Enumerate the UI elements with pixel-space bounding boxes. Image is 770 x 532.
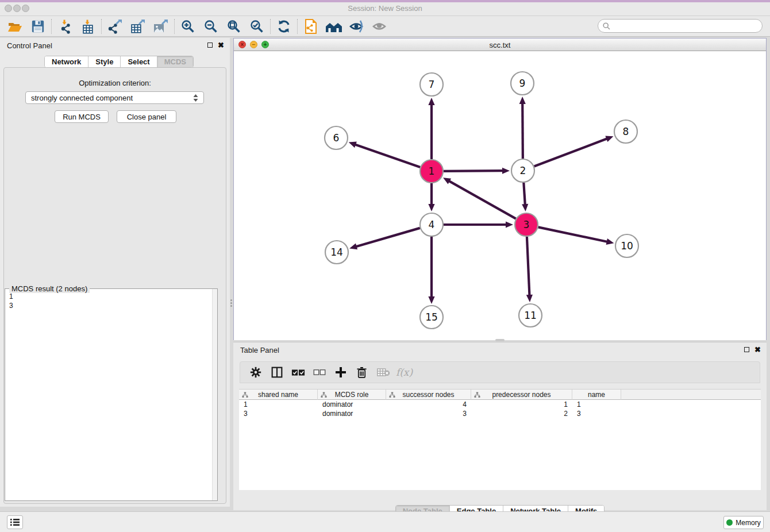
cell-name[interactable]: 3 [572,409,621,418]
graph-edge-1-7[interactable] [428,98,434,159]
tab-select[interactable]: Select [121,56,157,67]
float-table-panel-icon[interactable] [744,347,749,352]
graph-node-6[interactable]: 6 [325,126,348,149]
zoom-fit-button[interactable] [222,17,245,36]
graph-node-14[interactable]: 14 [325,241,348,264]
cell-shared-name[interactable]: 3 [239,409,318,418]
column-header-name[interactable]: name [572,390,621,400]
criterion-dropdown[interactable]: strongly connected component [25,91,204,104]
graph-node-15[interactable]: 15 [420,306,443,329]
graph-node-7[interactable]: 7 [420,73,443,96]
show-all-columns-button[interactable] [287,364,309,381]
export-network-button[interactable] [103,17,126,36]
show-all-columns-icon [291,369,305,376]
run-mcds-button[interactable]: Run MCDS [55,110,109,123]
new-network-from-selection-button[interactable] [299,17,322,36]
memory-status-icon [726,519,733,526]
table-row[interactable]: 3dominator323 [239,409,761,418]
horizontal-splitter-handle[interactable] [495,339,505,341]
graph-edge-2-9[interactable] [519,97,526,159]
network-window-titlebar[interactable]: × − + scc.txt [234,38,766,51]
graph-edge-4-15[interactable] [428,237,434,304]
function-builder-button: f(x) [394,364,415,381]
svg-text:2: 2 [520,165,526,176]
cell-successor-nodes[interactable]: 4 [386,400,471,409]
mcds-result-item: 1 [9,292,13,301]
search-box[interactable] [598,19,763,33]
delete-column-button[interactable] [351,364,372,381]
graph-edge-3-1[interactable] [443,178,516,218]
control-panel: Control Panel ✖ NetworkStyleSelectMCDS O… [0,38,230,507]
graph-edge-2-3[interactable] [522,183,528,211]
open-file-button[interactable] [3,17,26,36]
graph-node-4[interactable]: 4 [420,213,443,236]
tab-network[interactable]: Network [45,56,88,67]
close-panel-button[interactable]: Close panel [117,110,176,123]
column-header-predecessor-nodes[interactable]: predecessor nodes [471,390,572,400]
memory-button[interactable]: Memory [723,516,764,529]
status-bar: Memory [0,511,770,532]
export-image-button[interactable] [149,17,172,36]
graph-node-10[interactable]: 10 [615,234,638,257]
titlebar-accent-strip [0,0,770,2]
column-selector-button[interactable] [266,364,287,381]
graph-node-11[interactable]: 11 [519,304,542,327]
cell-predecessor-nodes[interactable]: 1 [471,400,572,409]
tab-style[interactable]: Style [88,56,121,67]
hide-graphics-details-button[interactable] [345,17,368,36]
graph-node-1[interactable]: 1 [420,160,443,183]
close-panel-icon[interactable]: ✖ [218,41,224,49]
search-input[interactable] [610,21,762,31]
column-header-mcds-role[interactable]: MCDS role [318,390,386,400]
add-column-button[interactable] [330,364,351,381]
cell-successor-nodes[interactable]: 3 [386,409,471,418]
save-session-icon [31,20,45,33]
hide-all-columns-button[interactable] [309,364,330,381]
cell-mcds-role[interactable]: dominator [318,400,386,409]
zoom-selected-button[interactable] [245,17,268,36]
export-table-button[interactable] [126,17,149,36]
refresh-button[interactable] [272,17,295,36]
svg-text:1: 1 [429,165,435,177]
network-canvas[interactable]: 7968124314101511 [234,51,766,340]
export-network-icon [107,19,123,34]
network-overview-button[interactable] [322,17,345,36]
cell-name[interactable]: 1 [572,400,621,409]
graph-node-2[interactable]: 2 [511,159,534,182]
graph-edge-2-8[interactable] [534,136,614,167]
graph-edge-4-3[interactable] [444,221,513,228]
column-header-shared-name[interactable]: shared name [239,390,318,400]
import-network-button[interactable] [53,17,76,36]
table-body: 1dominator4113dominator323 [239,400,761,490]
close-table-panel-icon[interactable]: ✖ [754,346,761,353]
zoom-out-icon [203,19,218,34]
save-session-button[interactable] [26,17,49,36]
column-header-successor-nodes[interactable]: successor nodes [386,390,471,400]
graph-edge-1-2[interactable] [444,168,510,174]
zoom-in-button[interactable] [176,17,199,36]
zoom-in-icon [180,19,195,34]
cell-mcds-role[interactable]: dominator [318,409,386,418]
table-row[interactable]: 1dominator411 [239,400,761,409]
table-options-button[interactable] [245,364,266,381]
graph-node-9[interactable]: 9 [511,72,534,95]
cell-shared-name[interactable]: 1 [239,400,318,409]
toolbar-separator [51,19,52,34]
panel-splitter-handle[interactable] [230,296,233,309]
graph-edge-1-6[interactable] [349,142,420,167]
tab-mcds[interactable]: MCDS [157,56,193,67]
graph-edge-4-14[interactable] [349,228,420,249]
task-history-button[interactable] [7,515,23,529]
list-icon [10,518,20,527]
graph-node-8[interactable]: 8 [614,120,637,143]
cell-predecessor-nodes[interactable]: 2 [471,409,572,418]
network-view-window: × − + scc.txt 7968124314101511 [233,38,767,340]
zoom-out-button[interactable] [199,17,222,36]
graph-edge-3-10[interactable] [538,227,614,245]
float-panel-icon[interactable] [207,43,213,48]
result-scrollbar[interactable] [212,289,217,500]
graph-node-3[interactable]: 3 [515,213,538,236]
import-table-button[interactable] [76,17,99,36]
graph-edge-3-11[interactable] [526,237,533,302]
graph-edge-1-4[interactable] [428,183,434,211]
